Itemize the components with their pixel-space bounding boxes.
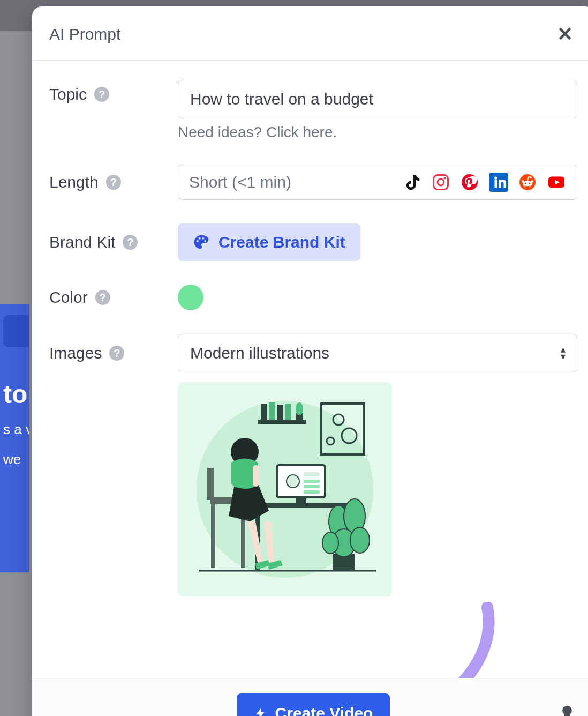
topic-label-wrap: Topic ? bbox=[49, 80, 172, 103]
images-row: Images ? Modern illustrations ▴▾ bbox=[49, 334, 577, 372]
length-select[interactable]: Short (<1 min) bbox=[178, 165, 577, 200]
svg-rect-32 bbox=[304, 480, 320, 483]
images-preview bbox=[178, 382, 392, 596]
youtube-icon bbox=[547, 173, 566, 192]
illustration-preview-icon bbox=[178, 382, 392, 596]
svg-point-1 bbox=[438, 179, 444, 185]
svg-rect-34 bbox=[304, 490, 320, 494]
brandkit-label: Brand Kit bbox=[49, 233, 115, 251]
lightbulb-icon bbox=[559, 705, 575, 717]
help-icon[interactable]: ? bbox=[109, 346, 124, 361]
linkedin-icon bbox=[489, 173, 508, 192]
modal-footer: Create Video bbox=[32, 678, 588, 716]
color-swatch[interactable] bbox=[178, 285, 203, 310]
color-label: Color bbox=[49, 288, 88, 307]
svg-rect-15 bbox=[261, 404, 267, 420]
images-select-value: Modern illustrations bbox=[190, 344, 329, 362]
svg-rect-36 bbox=[207, 468, 214, 500]
svg-rect-17 bbox=[277, 405, 283, 420]
length-row: Length ? Short (<1 min) bbox=[49, 165, 577, 200]
svg-rect-40 bbox=[253, 465, 259, 487]
svg-rect-37 bbox=[211, 504, 215, 568]
topic-input[interactable] bbox=[178, 80, 577, 118]
modal-body: Topic ? Need ideas? Click here. Length ?… bbox=[32, 61, 588, 678]
brandkit-label-wrap: Brand Kit ? bbox=[49, 233, 172, 251]
svg-point-6 bbox=[523, 181, 532, 187]
length-value: Short (<1 min) bbox=[189, 173, 291, 191]
platform-icons bbox=[402, 173, 566, 192]
help-icon[interactable]: ? bbox=[123, 235, 138, 250]
background-card-title: to bbox=[3, 379, 26, 409]
pinterest-icon bbox=[460, 173, 479, 192]
length-label: Length bbox=[49, 173, 99, 191]
svg-point-46 bbox=[322, 532, 338, 554]
create-brandkit-button[interactable]: Create Brand Kit bbox=[178, 223, 360, 261]
svg-point-20 bbox=[296, 402, 303, 415]
background-card-line2: we bbox=[3, 450, 26, 469]
brandkit-row: Brand Kit ? Create Brand Kit bbox=[49, 223, 577, 261]
reddit-icon bbox=[518, 173, 537, 192]
images-select[interactable]: Modern illustrations bbox=[178, 334, 577, 372]
topic-ideas-link[interactable]: Need ideas? Click here. bbox=[178, 124, 337, 141]
images-label-wrap: Images ? bbox=[49, 344, 172, 362]
svg-point-11 bbox=[529, 183, 530, 184]
tiktok-icon bbox=[402, 173, 421, 192]
instagram-icon bbox=[431, 173, 450, 192]
images-preview-row bbox=[49, 382, 577, 596]
svg-rect-16 bbox=[269, 402, 275, 420]
ai-prompt-modal: AI Prompt ✕ Topic ? Need ideas? Click he… bbox=[32, 6, 588, 716]
background-card-line1: s a v bbox=[3, 420, 26, 439]
color-label-wrap: Color ? bbox=[49, 288, 172, 307]
modal-title: AI Prompt bbox=[49, 25, 120, 43]
color-field bbox=[178, 285, 577, 310]
topic-label: Topic bbox=[49, 85, 87, 103]
brandkit-field: Create Brand Kit bbox=[178, 223, 577, 261]
length-label-wrap: Length ? bbox=[49, 173, 172, 191]
help-icon[interactable]: ? bbox=[95, 290, 110, 305]
svg-rect-18 bbox=[285, 404, 291, 420]
palette-icon bbox=[193, 234, 210, 251]
svg-point-45 bbox=[350, 527, 370, 553]
svg-point-2 bbox=[444, 177, 446, 180]
close-button[interactable]: ✕ bbox=[553, 23, 577, 46]
images-select-wrap: Modern illustrations ▴▾ bbox=[178, 334, 577, 372]
create-video-label: Create Video bbox=[275, 704, 373, 716]
svg-point-10 bbox=[525, 183, 526, 184]
svg-point-30 bbox=[287, 475, 299, 488]
svg-rect-14 bbox=[258, 420, 306, 424]
svg-rect-31 bbox=[304, 472, 320, 476]
close-icon: ✕ bbox=[557, 23, 573, 45]
color-row: Color ? bbox=[49, 285, 577, 310]
topic-field-wrap: Need ideas? Click here. bbox=[178, 80, 577, 141]
help-icon[interactable]: ? bbox=[106, 175, 121, 190]
lightning-icon bbox=[254, 706, 268, 716]
svg-rect-33 bbox=[304, 485, 320, 488]
svg-point-7 bbox=[522, 180, 524, 183]
modal-header: AI Prompt ✕ bbox=[32, 6, 588, 61]
svg-rect-0 bbox=[434, 175, 448, 190]
create-brandkit-label: Create Brand Kit bbox=[218, 233, 345, 251]
images-label: Images bbox=[49, 344, 102, 362]
svg-point-8 bbox=[531, 180, 533, 183]
create-video-button[interactable]: Create Video bbox=[237, 693, 390, 716]
help-icon[interactable]: ? bbox=[94, 87, 109, 102]
background-card: to s a v we bbox=[0, 304, 29, 572]
annotation-arrow-icon bbox=[402, 602, 509, 678]
tips-button[interactable] bbox=[559, 705, 575, 717]
svg-rect-29 bbox=[296, 497, 306, 503]
topic-row: Topic ? Need ideas? Click here. bbox=[49, 80, 577, 141]
background-card-icon bbox=[3, 315, 29, 347]
